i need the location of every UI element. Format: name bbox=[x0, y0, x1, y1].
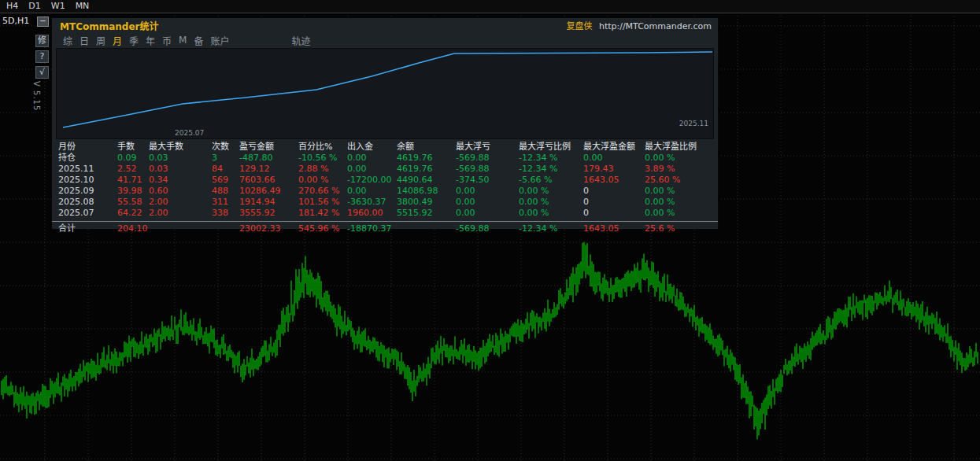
table-cell: -17200.00 bbox=[347, 175, 397, 186]
table-cell: -18870.37 bbox=[347, 223, 397, 234]
table-cell: 最大浮盈金额 bbox=[583, 142, 645, 153]
row-label: 2025.07 bbox=[58, 208, 117, 219]
table-cell: 7603.66 bbox=[239, 175, 298, 186]
menu-item-币[interactable]: 币 bbox=[162, 34, 172, 47]
table-cell: -3630.37 bbox=[347, 197, 397, 208]
menu-item-轨迹[interactable]: 轨迹 bbox=[292, 34, 311, 47]
row-label: 2025.10 bbox=[58, 175, 117, 186]
panel-title-bar[interactable]: MTCommander统计 复盘侠 http://MTCommander.com bbox=[52, 18, 718, 32]
menu-item-综[interactable]: 综 bbox=[63, 34, 72, 47]
table-cell: -569.88 bbox=[456, 164, 519, 175]
timeframe-button-h4[interactable]: H4 bbox=[6, 1, 18, 12]
table-cell: 55.58 bbox=[117, 197, 149, 208]
table-row-4: 2025.0855.582.003111914.94101.56 %-3630.… bbox=[52, 197, 718, 208]
table-cell: 0.00 % bbox=[519, 208, 583, 219]
table-cell: 手数 bbox=[117, 142, 149, 153]
table-cell: 3800.49 bbox=[397, 197, 456, 208]
table-cell: 23002.33 bbox=[239, 223, 298, 234]
row-label: 2025.08 bbox=[58, 197, 117, 208]
table-cell: 311 bbox=[212, 197, 239, 208]
side-button-1[interactable]: 修 bbox=[35, 35, 49, 47]
table-cell: 0.00 % bbox=[519, 197, 583, 208]
menu-item-M[interactable]: M bbox=[179, 35, 187, 46]
menu-item-年[interactable]: 年 bbox=[146, 34, 155, 47]
table-row-5: 2025.0764.222.003383555.92181.42 %1960.0… bbox=[52, 208, 718, 219]
table-row-1: 2025.112.520.0384129.122.88 %0.004619.76… bbox=[52, 164, 718, 175]
table-cell: 余额 bbox=[397, 142, 456, 153]
table-cell: 0.00 % bbox=[645, 197, 714, 208]
panel-menu-bar: 综日周月季年币M备账户轨迹 bbox=[52, 32, 718, 48]
table-cell: 569 bbox=[212, 175, 239, 186]
brand-url-link[interactable]: http://MTCommander.com bbox=[599, 21, 712, 31]
version-label: V 5.15 bbox=[32, 81, 41, 111]
menu-item-周[interactable]: 周 bbox=[96, 34, 105, 47]
table-cell: -5.66 % bbox=[519, 175, 583, 186]
table-cell: 0.60 bbox=[149, 186, 212, 197]
table-cell: 181.42 % bbox=[298, 208, 347, 219]
trading-terminal-screen: H4D1W1MN 5D,H1 − 修?√ V 5.15 MTCommander统… bbox=[0, 0, 980, 461]
table-cell: 14086.98 bbox=[397, 186, 456, 197]
table-cell: 3 bbox=[212, 153, 239, 164]
table-cell: 25.60 % bbox=[645, 175, 714, 186]
table-cell: 0.00 bbox=[456, 197, 519, 208]
table-total-row: 合计204.1023002.33545.96 %-18870.37-569.88… bbox=[52, 221, 718, 234]
equity-curve-line bbox=[57, 49, 716, 137]
statistics-panel: MTCommander统计 复盘侠 http://MTCommander.com… bbox=[51, 17, 719, 230]
equity-chart-area: 2025.07 2025.11 bbox=[56, 48, 714, 139]
table-cell: 4619.76 bbox=[397, 164, 456, 175]
table-cell: 270.66 % bbox=[298, 186, 347, 197]
table-cell: -487.80 bbox=[239, 153, 298, 164]
table-cell: 最大浮盈比例 bbox=[645, 142, 714, 153]
table-cell: 64.22 bbox=[117, 208, 149, 219]
menu-item-日[interactable]: 日 bbox=[80, 34, 89, 47]
table-cell: 5515.92 bbox=[397, 208, 456, 219]
table-cell: 0.00 % bbox=[298, 175, 347, 186]
table-cell: 0.00 bbox=[456, 186, 519, 197]
table-cell: 2.52 bbox=[117, 164, 149, 175]
side-button-2[interactable]: ? bbox=[35, 50, 49, 63]
brand-label: 复盘侠 bbox=[566, 21, 592, 31]
x-axis-label-left: 2025.07 bbox=[175, 129, 204, 137]
statistics-table: 月份手数最大手数次数盈亏金额百分比%出入金余额最大浮亏最大浮亏比例最大浮盈金额最… bbox=[52, 142, 718, 234]
table-cell bbox=[397, 223, 456, 234]
table-cell: 41.71 bbox=[117, 175, 149, 186]
row-label: 合计 bbox=[58, 223, 117, 234]
row-label: 2025.11 bbox=[58, 164, 117, 175]
table-cell: -569.88 bbox=[456, 223, 519, 234]
table-cell: 488 bbox=[212, 186, 239, 197]
table-cell: 次数 bbox=[212, 142, 239, 153]
table-cell: 0.09 bbox=[117, 153, 149, 164]
timeframe-button-d1[interactable]: D1 bbox=[28, 1, 40, 12]
minimize-button[interactable]: − bbox=[37, 17, 49, 27]
menu-item-账户[interactable]: 账户 bbox=[210, 34, 229, 47]
table-header-row: 月份手数最大手数次数盈亏金额百分比%出入金余额最大浮亏最大浮亏比例最大浮盈金额最… bbox=[52, 142, 718, 153]
row-label: 月份 bbox=[58, 142, 117, 153]
table-cell: 0.00 % bbox=[645, 208, 714, 219]
table-cell: 2.88 % bbox=[298, 164, 347, 175]
table-cell: 0.00 % bbox=[519, 186, 583, 197]
menu-item-月[interactable]: 月 bbox=[113, 34, 122, 47]
table-cell bbox=[212, 223, 239, 234]
timeframe-button-mn[interactable]: MN bbox=[76, 1, 90, 12]
table-cell: 最大手数 bbox=[149, 142, 212, 153]
table-row-2: 2025.1041.710.345697603.660.00 %-17200.0… bbox=[52, 175, 718, 186]
table-cell: 0.00 % bbox=[645, 153, 714, 164]
timeframe-toolbar: H4D1W1MN bbox=[0, 0, 980, 13]
table-cell: 2.00 bbox=[149, 197, 212, 208]
table-cell: 0 bbox=[583, 186, 645, 197]
table-cell: 0.00 bbox=[583, 153, 645, 164]
panel-title: MTCommander统计 bbox=[60, 19, 158, 32]
table-cell: 1914.94 bbox=[239, 197, 298, 208]
table-cell: 0.03 bbox=[149, 153, 212, 164]
table-cell: -12.34 % bbox=[519, 153, 583, 164]
table-cell: 204.10 bbox=[117, 223, 149, 234]
table-cell: 338 bbox=[212, 208, 239, 219]
table-cell: 3.89 % bbox=[645, 164, 714, 175]
side-button-3[interactable]: √ bbox=[35, 66, 49, 79]
menu-item-季[interactable]: 季 bbox=[129, 34, 139, 47]
table-cell: 1960.00 bbox=[347, 208, 397, 219]
table-cell: -374.50 bbox=[456, 175, 519, 186]
menu-item-备[interactable]: 备 bbox=[194, 34, 203, 47]
timeframe-button-w1[interactable]: W1 bbox=[51, 1, 65, 12]
table-cell: 4490.64 bbox=[397, 175, 456, 186]
